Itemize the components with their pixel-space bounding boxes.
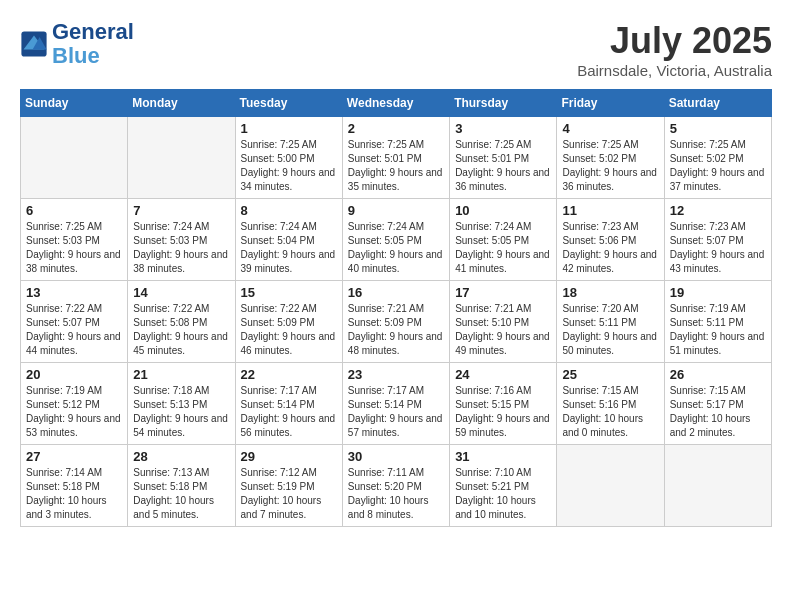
day-number: 30 xyxy=(348,449,444,464)
day-number: 2 xyxy=(348,121,444,136)
day-info: Sunrise: 7:21 AMSunset: 5:10 PMDaylight:… xyxy=(455,302,551,358)
week-row-2: 6Sunrise: 7:25 AMSunset: 5:03 PMDaylight… xyxy=(21,199,772,281)
column-header-friday: Friday xyxy=(557,90,664,117)
day-cell: 29Sunrise: 7:12 AMSunset: 5:19 PMDayligh… xyxy=(235,445,342,527)
day-cell xyxy=(128,117,235,199)
column-header-monday: Monday xyxy=(128,90,235,117)
day-cell: 14Sunrise: 7:22 AMSunset: 5:08 PMDayligh… xyxy=(128,281,235,363)
column-header-wednesday: Wednesday xyxy=(342,90,449,117)
day-info: Sunrise: 7:25 AMSunset: 5:01 PMDaylight:… xyxy=(455,138,551,194)
day-number: 16 xyxy=(348,285,444,300)
day-info: Sunrise: 7:17 AMSunset: 5:14 PMDaylight:… xyxy=(241,384,337,440)
day-cell: 17Sunrise: 7:21 AMSunset: 5:10 PMDayligh… xyxy=(450,281,557,363)
day-number: 8 xyxy=(241,203,337,218)
day-cell: 26Sunrise: 7:15 AMSunset: 5:17 PMDayligh… xyxy=(664,363,771,445)
logo-line2: Blue xyxy=(52,44,134,68)
day-info: Sunrise: 7:25 AMSunset: 5:02 PMDaylight:… xyxy=(562,138,658,194)
day-number: 24 xyxy=(455,367,551,382)
day-number: 20 xyxy=(26,367,122,382)
title-block: July 2025 Bairnsdale, Victoria, Australi… xyxy=(577,20,772,79)
day-info: Sunrise: 7:22 AMSunset: 5:09 PMDaylight:… xyxy=(241,302,337,358)
day-info: Sunrise: 7:10 AMSunset: 5:21 PMDaylight:… xyxy=(455,466,551,522)
header-row: SundayMondayTuesdayWednesdayThursdayFrid… xyxy=(21,90,772,117)
day-cell: 19Sunrise: 7:19 AMSunset: 5:11 PMDayligh… xyxy=(664,281,771,363)
page-header: General Blue July 2025 Bairnsdale, Victo… xyxy=(20,20,772,79)
day-number: 6 xyxy=(26,203,122,218)
day-info: Sunrise: 7:24 AMSunset: 5:05 PMDaylight:… xyxy=(348,220,444,276)
day-info: Sunrise: 7:21 AMSunset: 5:09 PMDaylight:… xyxy=(348,302,444,358)
day-info: Sunrise: 7:25 AMSunset: 5:01 PMDaylight:… xyxy=(348,138,444,194)
day-info: Sunrise: 7:22 AMSunset: 5:07 PMDaylight:… xyxy=(26,302,122,358)
day-number: 28 xyxy=(133,449,229,464)
day-cell: 13Sunrise: 7:22 AMSunset: 5:07 PMDayligh… xyxy=(21,281,128,363)
day-cell: 30Sunrise: 7:11 AMSunset: 5:20 PMDayligh… xyxy=(342,445,449,527)
day-info: Sunrise: 7:15 AMSunset: 5:17 PMDaylight:… xyxy=(670,384,766,440)
logo-line1: General xyxy=(52,20,134,44)
day-info: Sunrise: 7:25 AMSunset: 5:03 PMDaylight:… xyxy=(26,220,122,276)
day-number: 5 xyxy=(670,121,766,136)
day-cell: 31Sunrise: 7:10 AMSunset: 5:21 PMDayligh… xyxy=(450,445,557,527)
day-info: Sunrise: 7:24 AMSunset: 5:03 PMDaylight:… xyxy=(133,220,229,276)
week-row-5: 27Sunrise: 7:14 AMSunset: 5:18 PMDayligh… xyxy=(21,445,772,527)
day-cell: 15Sunrise: 7:22 AMSunset: 5:09 PMDayligh… xyxy=(235,281,342,363)
day-info: Sunrise: 7:22 AMSunset: 5:08 PMDaylight:… xyxy=(133,302,229,358)
day-cell: 11Sunrise: 7:23 AMSunset: 5:06 PMDayligh… xyxy=(557,199,664,281)
day-number: 14 xyxy=(133,285,229,300)
day-cell: 2Sunrise: 7:25 AMSunset: 5:01 PMDaylight… xyxy=(342,117,449,199)
day-cell: 1Sunrise: 7:25 AMSunset: 5:00 PMDaylight… xyxy=(235,117,342,199)
day-info: Sunrise: 7:18 AMSunset: 5:13 PMDaylight:… xyxy=(133,384,229,440)
day-number: 27 xyxy=(26,449,122,464)
day-info: Sunrise: 7:15 AMSunset: 5:16 PMDaylight:… xyxy=(562,384,658,440)
day-info: Sunrise: 7:17 AMSunset: 5:14 PMDaylight:… xyxy=(348,384,444,440)
day-number: 21 xyxy=(133,367,229,382)
day-cell: 3Sunrise: 7:25 AMSunset: 5:01 PMDaylight… xyxy=(450,117,557,199)
column-header-sunday: Sunday xyxy=(21,90,128,117)
day-cell xyxy=(664,445,771,527)
day-cell: 24Sunrise: 7:16 AMSunset: 5:15 PMDayligh… xyxy=(450,363,557,445)
day-number: 18 xyxy=(562,285,658,300)
day-info: Sunrise: 7:13 AMSunset: 5:18 PMDaylight:… xyxy=(133,466,229,522)
day-cell: 27Sunrise: 7:14 AMSunset: 5:18 PMDayligh… xyxy=(21,445,128,527)
day-cell: 16Sunrise: 7:21 AMSunset: 5:09 PMDayligh… xyxy=(342,281,449,363)
day-number: 4 xyxy=(562,121,658,136)
day-info: Sunrise: 7:25 AMSunset: 5:00 PMDaylight:… xyxy=(241,138,337,194)
logo-icon xyxy=(20,30,48,58)
day-info: Sunrise: 7:12 AMSunset: 5:19 PMDaylight:… xyxy=(241,466,337,522)
day-number: 15 xyxy=(241,285,337,300)
day-cell: 18Sunrise: 7:20 AMSunset: 5:11 PMDayligh… xyxy=(557,281,664,363)
day-info: Sunrise: 7:23 AMSunset: 5:07 PMDaylight:… xyxy=(670,220,766,276)
day-number: 9 xyxy=(348,203,444,218)
day-number: 10 xyxy=(455,203,551,218)
day-cell: 25Sunrise: 7:15 AMSunset: 5:16 PMDayligh… xyxy=(557,363,664,445)
column-header-tuesday: Tuesday xyxy=(235,90,342,117)
month-year: July 2025 xyxy=(577,20,772,62)
day-number: 17 xyxy=(455,285,551,300)
day-info: Sunrise: 7:19 AMSunset: 5:11 PMDaylight:… xyxy=(670,302,766,358)
day-info: Sunrise: 7:11 AMSunset: 5:20 PMDaylight:… xyxy=(348,466,444,522)
column-header-thursday: Thursday xyxy=(450,90,557,117)
calendar-table: SundayMondayTuesdayWednesdayThursdayFrid… xyxy=(20,89,772,527)
day-info: Sunrise: 7:20 AMSunset: 5:11 PMDaylight:… xyxy=(562,302,658,358)
week-row-4: 20Sunrise: 7:19 AMSunset: 5:12 PMDayligh… xyxy=(21,363,772,445)
location: Bairnsdale, Victoria, Australia xyxy=(577,62,772,79)
day-number: 11 xyxy=(562,203,658,218)
day-number: 7 xyxy=(133,203,229,218)
day-cell: 9Sunrise: 7:24 AMSunset: 5:05 PMDaylight… xyxy=(342,199,449,281)
day-number: 13 xyxy=(26,285,122,300)
day-cell: 20Sunrise: 7:19 AMSunset: 5:12 PMDayligh… xyxy=(21,363,128,445)
day-cell: 6Sunrise: 7:25 AMSunset: 5:03 PMDaylight… xyxy=(21,199,128,281)
day-cell: 12Sunrise: 7:23 AMSunset: 5:07 PMDayligh… xyxy=(664,199,771,281)
day-cell: 22Sunrise: 7:17 AMSunset: 5:14 PMDayligh… xyxy=(235,363,342,445)
day-cell: 5Sunrise: 7:25 AMSunset: 5:02 PMDaylight… xyxy=(664,117,771,199)
day-info: Sunrise: 7:24 AMSunset: 5:05 PMDaylight:… xyxy=(455,220,551,276)
week-row-1: 1Sunrise: 7:25 AMSunset: 5:00 PMDaylight… xyxy=(21,117,772,199)
week-row-3: 13Sunrise: 7:22 AMSunset: 5:07 PMDayligh… xyxy=(21,281,772,363)
day-cell: 23Sunrise: 7:17 AMSunset: 5:14 PMDayligh… xyxy=(342,363,449,445)
day-number: 26 xyxy=(670,367,766,382)
day-number: 1 xyxy=(241,121,337,136)
day-number: 25 xyxy=(562,367,658,382)
day-info: Sunrise: 7:16 AMSunset: 5:15 PMDaylight:… xyxy=(455,384,551,440)
day-number: 31 xyxy=(455,449,551,464)
day-cell: 28Sunrise: 7:13 AMSunset: 5:18 PMDayligh… xyxy=(128,445,235,527)
day-info: Sunrise: 7:25 AMSunset: 5:02 PMDaylight:… xyxy=(670,138,766,194)
